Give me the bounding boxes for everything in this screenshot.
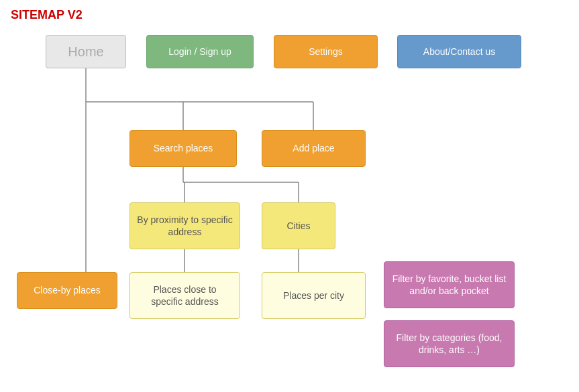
node-cities[interactable]: Cities [262,202,335,249]
node-closeby[interactable]: Close-by places [17,272,117,309]
node-settings[interactable]: Settings [274,35,378,68]
node-placesclose[interactable]: Places close to specific address [129,272,240,319]
node-add[interactable]: Add place [262,130,366,167]
page-title: SITEMAP V2 [11,8,83,22]
node-about[interactable]: About/Contact us [397,35,521,68]
node-percity[interactable]: Places per city [262,272,366,319]
node-filtercat[interactable]: Filter by categories (food, drinks, arts… [384,320,515,367]
node-proximity[interactable]: By proximity to specific address [129,202,240,249]
node-home[interactable]: Home [46,35,126,68]
node-login[interactable]: Login / Sign up [146,35,254,68]
node-filterfav[interactable]: Filter by favorite, bucket list and/or b… [384,261,515,308]
node-search[interactable]: Search places [129,130,237,167]
